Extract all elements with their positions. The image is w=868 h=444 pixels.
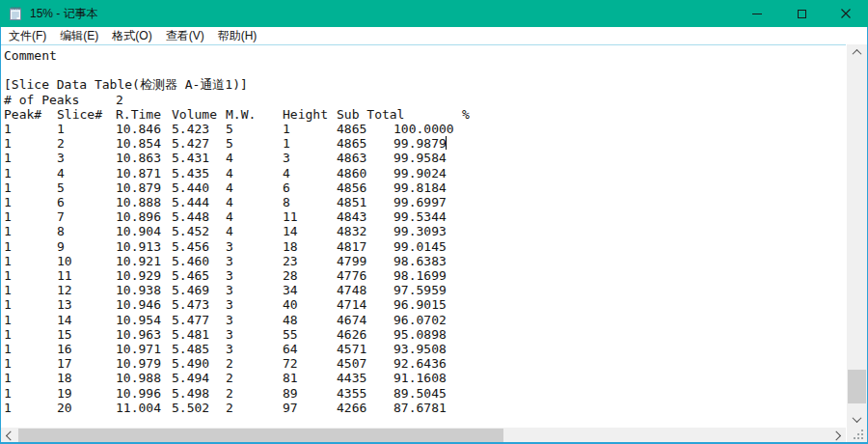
scroll-down-button[interactable] (847, 411, 867, 428)
table-cell: 100.0000 (393, 122, 454, 136)
table-cell: 6 (57, 195, 65, 209)
table-cell: 1 (4, 283, 12, 297)
table-cell: 96.0702 (393, 313, 447, 327)
table-cell: 10.854 (116, 136, 161, 151)
table-cell: 5.494 (172, 371, 209, 385)
table-cell: 10.963 (116, 327, 161, 342)
table-cell: 1 (4, 224, 12, 238)
table-cell: 14 (57, 313, 72, 327)
table-cell: 99.6997 (393, 195, 447, 209)
table-cell: 5.460 (172, 254, 209, 268)
table-cell: 4626 (337, 327, 366, 342)
table-cell: 1 (4, 254, 12, 268)
table-cell: 4 (226, 166, 233, 180)
table-cell: 5.440 (172, 180, 209, 195)
table-cell: 95.0898 (393, 327, 447, 342)
table-cell: 19 (57, 386, 72, 401)
table-cell: 13 (57, 297, 72, 312)
window-title: 15% - 记事本 (30, 6, 98, 22)
header-cell: Sub Total (337, 107, 404, 122)
close-button[interactable] (824, 0, 868, 27)
table-cell: 10.904 (116, 224, 161, 238)
title-bar[interactable]: 15% - 记事本 (0, 0, 868, 27)
table-cell: 4674 (337, 313, 366, 327)
table-cell: 4 (226, 151, 233, 165)
table-cell: 4355 (337, 386, 366, 401)
table-cell: 55 (283, 327, 298, 342)
table-title: [Slice Data Table(检测器 A-通道1)] (4, 77, 248, 92)
table-cell: 10.921 (116, 254, 161, 268)
text-caret (446, 136, 447, 150)
table-cell: 1 (4, 313, 12, 327)
table-cell: 5.485 (172, 342, 209, 356)
table-cell: 87.6781 (393, 401, 447, 415)
menu-item-file[interactable]: 文件(F) (2, 27, 53, 45)
table-cell: 91.1608 (393, 371, 447, 385)
scroll-left-button[interactable] (1, 428, 17, 443)
table-cell: 3 (226, 342, 233, 356)
menu-item-help[interactable]: 帮助(H) (211, 27, 264, 45)
table-cell: 5.456 (172, 239, 209, 254)
close-icon (841, 9, 851, 18)
table-cell: 11 (57, 268, 72, 283)
table-cell: 4 (57, 166, 65, 180)
table-cell: 10.929 (116, 268, 161, 283)
table-cell: 93.9508 (393, 342, 447, 356)
table-cell: 1 (4, 151, 12, 165)
table-cell: 2 (226, 371, 233, 385)
table-cell: 72 (283, 356, 298, 371)
vertical-scrollbar-thumb[interactable] (848, 370, 866, 403)
table-cell: 8 (57, 224, 65, 238)
table-cell: 28 (283, 268, 298, 283)
table-cell: 10.896 (116, 209, 161, 224)
table-cell: 1 (4, 371, 12, 385)
peaks-value: 2 (116, 93, 123, 107)
table-cell: 3 (226, 283, 233, 297)
table-cell: 4 (226, 180, 233, 195)
table-cell: 48 (283, 313, 298, 327)
table-cell: 99.9024 (393, 166, 447, 180)
table-cell: 10.971 (116, 342, 161, 356)
horizontal-scrollbar[interactable] (1, 428, 846, 443)
table-cell: 9 (57, 239, 65, 254)
menu-item-edit[interactable]: 编辑(E) (53, 27, 105, 45)
table-cell: 1 (283, 136, 290, 151)
menu-item-view[interactable]: 查看(V) (159, 27, 211, 45)
table-cell: 5.444 (172, 195, 209, 209)
chevron-down-icon (853, 413, 862, 423)
notepad-window: 15% - 记事本 文件(F)编辑(E)格式(O)查看(V)帮助(H) Comm… (0, 0, 868, 444)
table-cell: 1 (4, 327, 12, 342)
resize-grip[interactable] (847, 428, 867, 443)
table-cell: 5.448 (172, 209, 209, 224)
table-cell: 11.004 (116, 401, 161, 415)
table-cell: 5.502 (172, 401, 209, 415)
table-cell: 10.946 (116, 297, 161, 312)
table-cell: 1 (4, 342, 12, 356)
table-cell: 10.913 (116, 239, 161, 254)
table-cell: 5 (226, 122, 233, 136)
table-cell: 4 (226, 224, 233, 238)
notepad-icon[interactable] (8, 6, 23, 21)
minimize-button[interactable] (735, 0, 779, 27)
table-cell: 4714 (337, 297, 366, 312)
text-editor[interactable]: Comment[Slice Data Table(检测器 A-通道1)]# of… (1, 44, 846, 428)
table-cell: 10.954 (116, 313, 161, 327)
table-cell: 64 (283, 342, 298, 356)
scroll-up-button[interactable] (847, 44, 867, 61)
table-cell: 5.423 (172, 122, 209, 136)
maximize-icon (798, 10, 806, 18)
header-cell: Peak# (4, 107, 41, 122)
table-cell: 4856 (337, 180, 366, 195)
table-cell: 99.3093 (393, 224, 447, 238)
table-cell: 1 (4, 239, 12, 254)
table-cell: 4843 (337, 209, 366, 224)
scroll-right-button[interactable] (829, 428, 846, 443)
menu-item-format[interactable]: 格式(O) (105, 27, 158, 45)
vertical-scrollbar[interactable] (847, 44, 867, 428)
table-cell: 99.8184 (393, 180, 447, 195)
header-cell: Volume (172, 107, 217, 122)
maximize-button[interactable] (779, 0, 824, 27)
table-cell: 18 (57, 371, 72, 385)
table-cell: 5.469 (172, 283, 209, 297)
horizontal-scrollbar-thumb[interactable] (18, 429, 503, 442)
